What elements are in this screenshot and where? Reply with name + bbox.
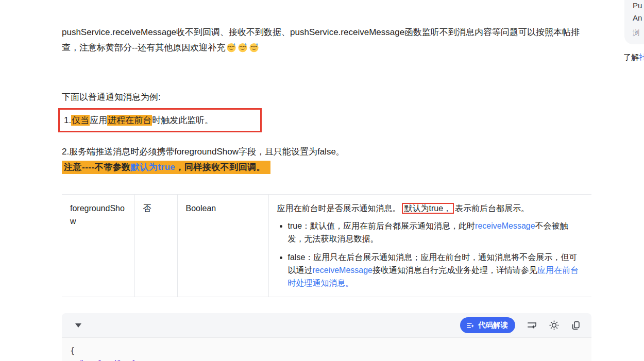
desc-line: 应用在前台时是否展示通知消息。默认为true，表示前后台都展示。 <box>277 202 584 215</box>
learn-link-blue: 社 <box>639 53 644 61</box>
param-table: foregroundShow 否 Boolean 应用在前台时是否展示通知消息。… <box>62 194 591 297</box>
note-pre: 注意----不带参数 <box>64 162 131 172</box>
sidebar-card-title-line2: An <box>633 13 642 22</box>
learn-community-link[interactable]: 了解社 <box>623 53 644 62</box>
post-content: pushService.receiveMessage收不到回调、接收不到数据、p… <box>62 0 591 361</box>
point2-text: 2.服务端推送消息时必须携带foregroundShow字段，且只能设置为fal… <box>62 145 345 159</box>
desc-bullet-list: true：默认值，应用在前后台都展示通知消息，此时receiveMessage不… <box>277 219 584 289</box>
wrap-lines-icon[interactable] <box>527 320 537 331</box>
receive-message-link[interactable]: receiveMessage <box>313 266 373 274</box>
ai-button-label: 代码解读 <box>478 320 508 330</box>
sidebar-card-title-line1: Pu <box>633 1 642 10</box>
param-desc-cell: 应用在前台时是否展示通知消息。默认为true，表示前后台都展示。 true：默认… <box>268 195 591 297</box>
laugh-sweat-emoji <box>249 42 259 58</box>
param-required-cell: 否 <box>134 195 177 297</box>
code-block-header: 代码解读 <box>62 313 591 338</box>
param-name-cell: foregroundShow <box>62 195 134 297</box>
point1-number: 1. <box>64 115 71 125</box>
point1-highlight-1: 仅当 <box>71 115 90 126</box>
page: pushService.receiveMessage收不到回调、接收不到数据、p… <box>0 0 644 361</box>
desc-red-boxed: 默认为true， <box>402 203 454 214</box>
collapse-toggle-icon[interactable] <box>75 323 81 328</box>
example-lead: 下面以普通通知消息为例: <box>62 91 161 104</box>
bullet-true: true：默认值，应用在前后台都展示通知消息，此时receiveMessage不… <box>288 219 584 245</box>
ai-explain-code-button[interactable]: 代码解读 <box>460 317 515 333</box>
point1-mid: 应用 <box>90 115 107 125</box>
code-block: 代码解读 { "payload": { <box>62 313 591 361</box>
bullet1-pre: true：默认值，应用在前后台都展示通知消息，此时 <box>288 221 476 230</box>
note-post: ，同样接收不到回调。 <box>175 162 265 172</box>
intro-text: pushService.receiveMessage收不到回调、接收不到数据、p… <box>62 27 580 53</box>
point1-red-box: 1.仅当应用进程在前台时触发此监听。 <box>58 108 262 132</box>
sidebar-card-meta: 浏 <box>633 28 640 38</box>
ai-sparkle-lines-icon <box>466 321 474 330</box>
laugh-sweat-emoji <box>226 42 236 58</box>
point1-highlight-2: 进程在前台 <box>107 115 152 126</box>
desc-pre: 应用在前台时是否展示通知消息。 <box>277 204 401 213</box>
learn-link-pre: 了解 <box>623 53 639 61</box>
note-highlight-bar: 注意----不带参数默认为true，同样接收不到回调。 <box>62 161 270 174</box>
param-type-cell: Boolean <box>177 195 268 297</box>
note-blue-text: 默认为true <box>131 162 176 172</box>
receive-message-link[interactable]: receiveMessage <box>475 221 535 230</box>
table-row: foregroundShow 否 Boolean 应用在前台时是否展示通知消息。… <box>62 195 591 297</box>
theme-sun-icon[interactable] <box>549 320 560 331</box>
intro-paragraph: pushService.receiveMessage收不到回调、接收不到数据、p… <box>62 25 591 58</box>
bullet-false: false：应用只在后台展示通知消息；应用在前台时，通知消息将不会展示，但可以通… <box>288 251 584 289</box>
bullet2-mid: 接收通知消息自行完成业务处理，详情请参见 <box>372 266 537 274</box>
laugh-sweat-emoji <box>238 42 248 58</box>
code-body[interactable]: { "payload": { <box>62 338 591 361</box>
point1-tail: 时触发此监听。 <box>152 115 213 125</box>
code-controls: 代码解读 <box>460 317 581 333</box>
code-line: "payload": { <box>70 357 591 361</box>
desc-post: 表示前后台都展示。 <box>455 204 529 213</box>
copy-code-icon[interactable] <box>571 320 581 331</box>
sidebar-card: Pu An 浏 <box>624 0 644 44</box>
code-line: { <box>70 345 591 357</box>
